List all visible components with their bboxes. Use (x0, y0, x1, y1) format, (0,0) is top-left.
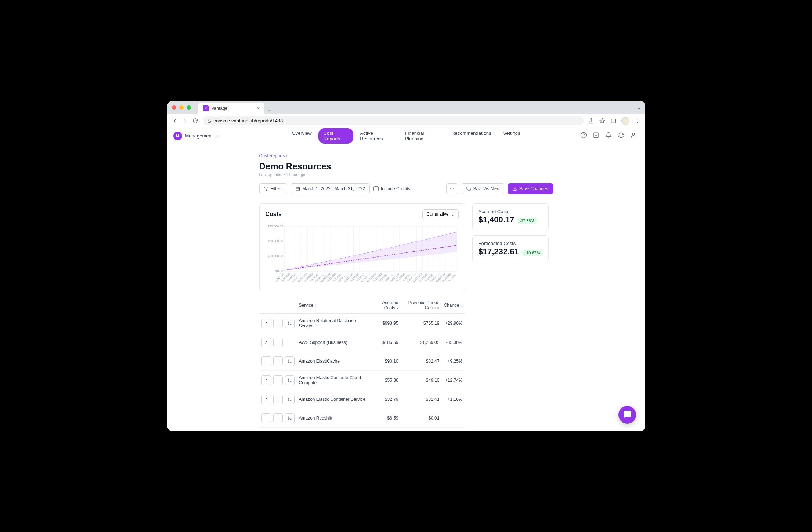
breadcrumb-parent[interactable]: Cost Reports (259, 153, 285, 158)
new-tab-button[interactable]: + (264, 107, 276, 114)
accrued-cell: $90.10 (370, 352, 400, 371)
svg-point-138 (288, 379, 289, 380)
resources-icon[interactable] (273, 413, 283, 423)
save-as-new-button[interactable]: Save As New (462, 183, 504, 194)
costs-chart[interactable]: $0.00$10,000.00$20,000.00$30,000.0003/01… (266, 223, 459, 285)
hierarchy-icon[interactable] (285, 395, 295, 404)
open-report-icon[interactable] (261, 356, 271, 366)
hierarchy-icon[interactable] (285, 413, 295, 423)
nav-item-cost-reports[interactable]: Cost Reports (318, 128, 354, 144)
svg-point-130 (278, 379, 278, 380)
filters-button[interactable]: Filters (259, 183, 288, 194)
open-report-icon[interactable] (261, 375, 271, 385)
resources-icon[interactable] (273, 338, 283, 347)
notifications-icon[interactable] (605, 132, 612, 140)
back-icon[interactable] (172, 118, 178, 124)
copy-icon (466, 187, 471, 191)
resources-icon[interactable] (273, 319, 283, 328)
forward-icon[interactable] (182, 118, 188, 124)
open-report-icon[interactable] (261, 319, 271, 328)
svg-point-135 (277, 381, 277, 382)
window-maximize[interactable] (187, 105, 191, 110)
changelog-icon[interactable] (593, 132, 599, 140)
url-field[interactable]: console.vantage.sh/reports/1488 (203, 116, 584, 125)
resources-icon[interactable] (273, 395, 283, 404)
svg-point-129 (277, 379, 277, 380)
chart-mode-select[interactable]: Cumulative (422, 209, 458, 219)
svg-point-118 (278, 360, 278, 360)
svg-point-102 (277, 324, 277, 325)
resources-icon[interactable] (273, 356, 283, 366)
close-tab-icon[interactable]: × (257, 105, 260, 111)
prev-cell: $32.41 (401, 390, 442, 409)
date-range-button[interactable]: March 1, 2022 - March 31, 2022 (291, 183, 370, 194)
workspace-name: Management (185, 133, 213, 139)
col-change[interactable]: Change⇅ (441, 297, 465, 314)
svg-point-103 (278, 324, 278, 325)
window-minimize[interactable] (179, 105, 184, 110)
svg-point-145 (278, 399, 278, 400)
hierarchy-icon[interactable] (285, 375, 295, 385)
browser-tab[interactable]: ✓ Vantage × (198, 103, 264, 114)
chat-widget[interactable] (618, 406, 636, 424)
extension-icon[interactable] (610, 118, 616, 124)
select-caret-icon (451, 212, 455, 216)
include-credits-checkbox[interactable]: Include Credits (373, 186, 410, 191)
chrome-menu-icon[interactable] (635, 118, 640, 124)
table-row: AWS Support (Business)$186.59$1,269.05-8… (259, 333, 465, 352)
change-cell: +12.74% (441, 371, 465, 390)
col-prev[interactable]: Previous Period Costs⇅ (401, 297, 442, 314)
hierarchy-icon[interactable] (285, 356, 295, 366)
nav-item-settings[interactable]: Settings (498, 128, 526, 144)
workspace-switcher[interactable]: M Management (173, 132, 220, 140)
svg-point-133 (278, 380, 278, 381)
bookmark-icon[interactable] (599, 118, 605, 124)
col-service[interactable]: Service⇅ (297, 297, 371, 314)
hierarchy-icon[interactable] (285, 319, 295, 328)
svg-point-158 (279, 418, 279, 418)
window-close[interactable] (172, 105, 176, 110)
svg-point-111 (277, 342, 277, 343)
svg-point-121 (278, 361, 278, 362)
svg-point-131 (279, 379, 279, 380)
open-report-icon[interactable] (261, 413, 271, 423)
svg-point-136 (278, 381, 278, 382)
profile-avatar[interactable] (621, 117, 629, 125)
help-icon[interactable] (580, 132, 587, 140)
col-accrued[interactable]: Accrued Costs ▾ (370, 297, 400, 314)
svg-point-139 (290, 381, 291, 382)
nav-item-financial-planning[interactable]: Financial Planning (400, 128, 445, 144)
prev-cell: $0.01 (401, 409, 442, 428)
nav-item-overview[interactable]: Overview (287, 128, 317, 144)
chrome-tab-strip: ✓ Vantage × + ⌄ (167, 101, 645, 114)
table-row: Amazon Relational Database Service$993.9… (259, 314, 465, 333)
svg-point-151 (290, 400, 291, 401)
calendar-icon (296, 187, 300, 191)
prev-cell: $5.94 (401, 428, 442, 431)
user-menu[interactable] (630, 132, 639, 140)
open-report-icon[interactable] (261, 338, 271, 347)
tabs-menu-icon[interactable]: ⌄ (638, 106, 640, 110)
table-row: Amazon Elastic Compute Cloud - Compute$5… (259, 371, 465, 390)
service-cell: AWS Support (Business) (297, 333, 371, 352)
save-changes-button[interactable]: Save Changes (508, 183, 553, 194)
more-actions-button[interactable] (446, 183, 458, 194)
svg-point-100 (278, 323, 278, 324)
nav-item-active-resources[interactable]: Active Resources (355, 128, 398, 144)
svg-point-104 (279, 324, 279, 325)
prev-cell: $49.10 (401, 371, 442, 390)
sync-icon[interactable] (618, 132, 624, 140)
resources-icon[interactable] (273, 375, 283, 385)
svg-point-125 (279, 362, 279, 363)
svg-point-108 (277, 341, 277, 342)
svg-point-148 (278, 400, 278, 401)
svg-point-124 (278, 362, 278, 363)
open-report-icon[interactable] (261, 395, 271, 404)
nav-item-recommendations[interactable]: Recommendations (446, 128, 496, 144)
table-row: AWS Cost Explorer$6.02$5.94+1.35% (259, 428, 465, 431)
reload-icon[interactable] (192, 118, 198, 124)
svg-point-144 (277, 399, 277, 400)
share-icon[interactable] (588, 118, 594, 124)
include-credits-input[interactable] (373, 186, 379, 191)
svg-point-6 (637, 122, 638, 123)
